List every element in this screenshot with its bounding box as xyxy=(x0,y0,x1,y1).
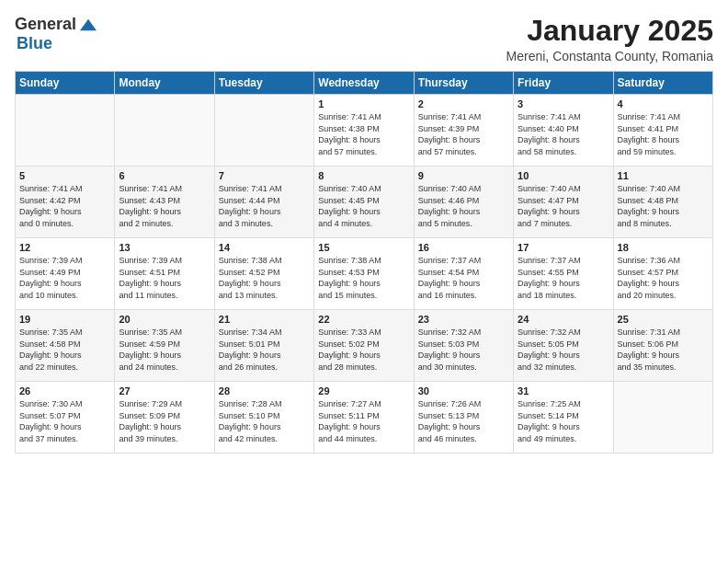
calendar-cell: 22Sunrise: 7:33 AM Sunset: 5:02 PM Dayli… xyxy=(314,310,414,382)
calendar-cell: 5Sunrise: 7:41 AM Sunset: 4:42 PM Daylig… xyxy=(16,167,115,238)
calendar-cell: 28Sunrise: 7:28 AM Sunset: 5:10 PM Dayli… xyxy=(214,382,313,454)
header-thursday: Thursday xyxy=(414,72,513,95)
month-title: January 2025 xyxy=(506,15,713,47)
header-monday: Monday xyxy=(115,72,214,95)
header-saturday: Saturday xyxy=(613,72,712,95)
day-info: Sunrise: 7:34 AM Sunset: 5:01 PM Dayligh… xyxy=(219,327,310,373)
day-info: Sunrise: 7:35 AM Sunset: 4:58 PM Dayligh… xyxy=(19,327,110,373)
calendar-cell: 20Sunrise: 7:35 AM Sunset: 4:59 PM Dayli… xyxy=(115,310,214,382)
day-number: 21 xyxy=(219,314,310,325)
calendar-cell: 2Sunrise: 7:41 AM Sunset: 4:39 PM Daylig… xyxy=(414,95,513,167)
calendar-cell: 12Sunrise: 7:39 AM Sunset: 4:49 PM Dayli… xyxy=(16,238,115,310)
calendar-cell: 31Sunrise: 7:25 AM Sunset: 5:14 PM Dayli… xyxy=(514,382,613,454)
calendar-cell: 25Sunrise: 7:31 AM Sunset: 5:06 PM Dayli… xyxy=(613,310,712,382)
calendar-week-row: 26Sunrise: 7:30 AM Sunset: 5:07 PM Dayli… xyxy=(16,382,713,454)
calendar-cell xyxy=(115,95,214,167)
day-info: Sunrise: 7:41 AM Sunset: 4:43 PM Dayligh… xyxy=(119,183,210,229)
day-number: 6 xyxy=(119,170,210,181)
calendar-cell: 27Sunrise: 7:29 AM Sunset: 5:09 PM Dayli… xyxy=(115,382,214,454)
day-number: 17 xyxy=(518,242,609,253)
day-number: 7 xyxy=(219,170,310,181)
calendar-cell: 13Sunrise: 7:39 AM Sunset: 4:51 PM Dayli… xyxy=(115,238,214,310)
day-number: 4 xyxy=(618,98,709,109)
day-info: Sunrise: 7:40 AM Sunset: 4:48 PM Dayligh… xyxy=(618,183,709,229)
day-info: Sunrise: 7:41 AM Sunset: 4:44 PM Dayligh… xyxy=(219,183,310,229)
day-info: Sunrise: 7:38 AM Sunset: 4:53 PM Dayligh… xyxy=(318,255,409,301)
day-info: Sunrise: 7:28 AM Sunset: 5:10 PM Dayligh… xyxy=(219,398,310,444)
day-number: 15 xyxy=(318,242,409,253)
logo-blue: Blue xyxy=(17,34,52,53)
header-tuesday: Tuesday xyxy=(214,72,313,95)
calendar-week-row: 1Sunrise: 7:41 AM Sunset: 4:38 PM Daylig… xyxy=(16,95,713,167)
day-number: 18 xyxy=(618,242,709,253)
day-number: 19 xyxy=(19,314,110,325)
calendar-cell: 14Sunrise: 7:38 AM Sunset: 4:52 PM Dayli… xyxy=(214,238,313,310)
day-info: Sunrise: 7:29 AM Sunset: 5:09 PM Dayligh… xyxy=(119,398,210,444)
day-info: Sunrise: 7:32 AM Sunset: 5:05 PM Dayligh… xyxy=(518,327,609,373)
day-number: 25 xyxy=(618,314,709,325)
calendar-cell: 29Sunrise: 7:27 AM Sunset: 5:11 PM Dayli… xyxy=(314,382,414,454)
day-info: Sunrise: 7:33 AM Sunset: 5:02 PM Dayligh… xyxy=(318,327,409,373)
weekday-header-row: Sunday Monday Tuesday Wednesday Thursday… xyxy=(16,72,713,95)
day-number: 23 xyxy=(418,314,509,325)
calendar-cell: 9Sunrise: 7:40 AM Sunset: 4:46 PM Daylig… xyxy=(414,167,513,238)
day-info: Sunrise: 7:38 AM Sunset: 4:52 PM Dayligh… xyxy=(219,255,310,301)
day-number: 9 xyxy=(418,170,509,181)
day-number: 5 xyxy=(19,170,110,181)
day-info: Sunrise: 7:26 AM Sunset: 5:13 PM Dayligh… xyxy=(418,398,509,444)
logo: General Blue xyxy=(15,15,97,53)
calendar-cell: 30Sunrise: 7:26 AM Sunset: 5:13 PM Dayli… xyxy=(414,382,513,454)
day-info: Sunrise: 7:40 AM Sunset: 4:47 PM Dayligh… xyxy=(518,183,609,229)
day-number: 10 xyxy=(518,170,609,181)
day-number: 1 xyxy=(318,98,409,109)
logo-general: General xyxy=(15,15,76,34)
day-info: Sunrise: 7:40 AM Sunset: 4:46 PM Dayligh… xyxy=(418,183,509,229)
location-subtitle: Mereni, Constanta County, Romania xyxy=(506,49,713,63)
calendar-cell: 16Sunrise: 7:37 AM Sunset: 4:54 PM Dayli… xyxy=(414,238,513,310)
day-info: Sunrise: 7:37 AM Sunset: 4:54 PM Dayligh… xyxy=(418,255,509,301)
header-wednesday: Wednesday xyxy=(314,72,414,95)
day-info: Sunrise: 7:32 AM Sunset: 5:03 PM Dayligh… xyxy=(418,327,509,373)
day-info: Sunrise: 7:41 AM Sunset: 4:38 PM Dayligh… xyxy=(318,111,409,157)
day-info: Sunrise: 7:25 AM Sunset: 5:14 PM Dayligh… xyxy=(518,398,609,444)
day-info: Sunrise: 7:41 AM Sunset: 4:41 PM Dayligh… xyxy=(618,111,709,157)
day-number: 31 xyxy=(518,385,609,396)
day-number: 14 xyxy=(219,242,310,253)
calendar-week-row: 19Sunrise: 7:35 AM Sunset: 4:58 PM Dayli… xyxy=(16,310,713,382)
logo-text: General xyxy=(15,15,97,34)
day-info: Sunrise: 7:39 AM Sunset: 4:51 PM Dayligh… xyxy=(119,255,210,301)
day-info: Sunrise: 7:36 AM Sunset: 4:57 PM Dayligh… xyxy=(618,255,709,301)
logo-icon xyxy=(80,17,97,33)
day-number: 12 xyxy=(19,242,110,253)
calendar-cell: 6Sunrise: 7:41 AM Sunset: 4:43 PM Daylig… xyxy=(115,167,214,238)
day-number: 22 xyxy=(318,314,409,325)
calendar-cell xyxy=(214,95,313,167)
day-info: Sunrise: 7:41 AM Sunset: 4:40 PM Dayligh… xyxy=(518,111,609,157)
calendar-cell: 23Sunrise: 7:32 AM Sunset: 5:03 PM Dayli… xyxy=(414,310,513,382)
calendar-cell: 17Sunrise: 7:37 AM Sunset: 4:55 PM Dayli… xyxy=(514,238,613,310)
day-number: 16 xyxy=(418,242,509,253)
calendar-cell: 10Sunrise: 7:40 AM Sunset: 4:47 PM Dayli… xyxy=(514,167,613,238)
day-number: 28 xyxy=(219,385,310,396)
calendar-cell: 19Sunrise: 7:35 AM Sunset: 4:58 PM Dayli… xyxy=(16,310,115,382)
page-container: General Blue January 2025 Mereni, Consta… xyxy=(0,0,728,461)
calendar-cell: 21Sunrise: 7:34 AM Sunset: 5:01 PM Dayli… xyxy=(214,310,313,382)
day-number: 3 xyxy=(518,98,609,109)
title-section: January 2025 Mereni, Constanta County, R… xyxy=(506,15,713,63)
day-info: Sunrise: 7:35 AM Sunset: 4:59 PM Dayligh… xyxy=(119,327,210,373)
day-number: 13 xyxy=(119,242,210,253)
day-info: Sunrise: 7:27 AM Sunset: 5:11 PM Dayligh… xyxy=(318,398,409,444)
day-number: 24 xyxy=(518,314,609,325)
calendar-cell: 26Sunrise: 7:30 AM Sunset: 5:07 PM Dayli… xyxy=(16,382,115,454)
header-sunday: Sunday xyxy=(16,72,115,95)
day-info: Sunrise: 7:31 AM Sunset: 5:06 PM Dayligh… xyxy=(618,327,709,373)
calendar-week-row: 5Sunrise: 7:41 AM Sunset: 4:42 PM Daylig… xyxy=(16,167,713,238)
calendar-cell: 7Sunrise: 7:41 AM Sunset: 4:44 PM Daylig… xyxy=(214,167,313,238)
calendar-cell: 18Sunrise: 7:36 AM Sunset: 4:57 PM Dayli… xyxy=(613,238,712,310)
day-info: Sunrise: 7:40 AM Sunset: 4:45 PM Dayligh… xyxy=(318,183,409,229)
calendar-cell xyxy=(16,95,115,167)
calendar-cell: 15Sunrise: 7:38 AM Sunset: 4:53 PM Dayli… xyxy=(314,238,414,310)
page-header: General Blue January 2025 Mereni, Consta… xyxy=(15,15,713,63)
day-number: 27 xyxy=(119,385,210,396)
day-number: 11 xyxy=(618,170,709,181)
